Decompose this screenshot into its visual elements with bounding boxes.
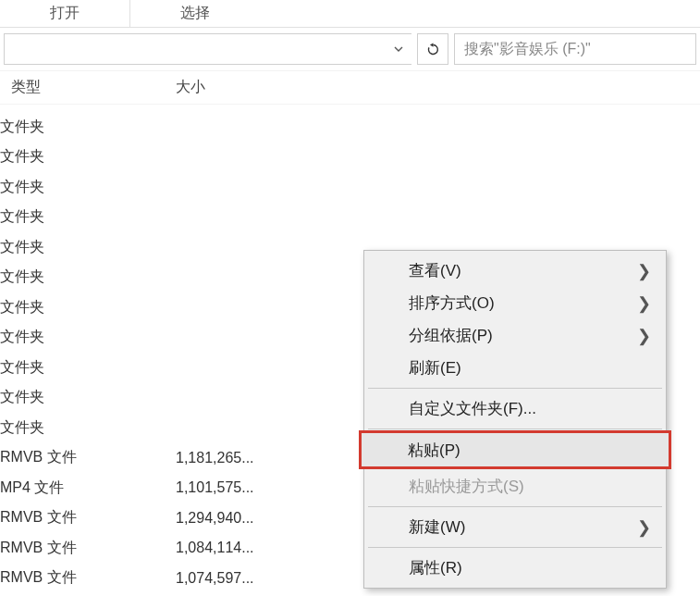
cell-type: RMVB 文件 [0,508,176,528]
cell-type: 文件夹 [0,147,176,167]
cell-type: 文件夹 [0,298,176,317]
menu-group[interactable]: 分组依据(P) ❯ [366,319,664,352]
menu-separator [368,428,662,429]
cell-type: 文件夹 [0,207,176,227]
menu-label: 粘贴(P) [408,440,461,461]
menu-label: 粘贴快捷方式(S) [409,476,524,497]
menu-sort[interactable]: 排序方式(O) ❯ [366,287,664,319]
menu-paste-shortcut: 粘贴快捷方式(S) [366,470,664,503]
menu-properties[interactable]: 属性(R) [366,552,664,584]
cell-type: 文件夹 [0,118,176,137]
chevron-right-icon: ❯ [637,261,651,281]
menu-paste-highlighted[interactable]: 粘贴(P) [359,430,671,469]
cell-size: 1,101,575... [176,479,314,496]
menu-customize-folder[interactable]: 自定义文件夹(F)... [366,392,664,425]
refresh-button[interactable] [417,33,448,65]
cell-type: 文件夹 [0,178,176,197]
ribbon-toolbar: 打开 选择 [0,0,700,28]
cell-type: RMVB 文件 [0,568,176,588]
cell-size: 1,181,265... [176,450,314,466]
search-input[interactable]: 搜索"影音娱乐 (F:)" [454,33,696,65]
menu-label: 分组依据(P) [409,325,493,346]
chevron-right-icon: ❯ [637,293,651,314]
cell-type: 文件夹 [0,238,176,257]
toolbar-open[interactable]: 打开 [0,0,129,27]
list-item[interactable]: 文件夹 [0,112,700,143]
cell-type: RMVB 文件 [0,448,176,467]
menu-label: 新建(W) [409,516,465,538]
list-item[interactable]: 文件夹 [0,143,700,173]
list-item[interactable]: 文件夹 [0,172,700,203]
menu-view[interactable]: 查看(V) ❯ [366,255,664,287]
menu-separator [368,388,662,389]
chevron-right-icon: ❯ [637,517,651,538]
cell-type: RMVB 文件 [0,539,176,558]
menu-label: 排序方式(O) [409,292,495,314]
search-placeholder: 搜索"影音娱乐 (F:)" [464,40,591,59]
cell-size: 1,294,940... [176,510,314,527]
menu-label: 属性(R) [409,557,462,578]
cell-type: 文件夹 [0,388,176,407]
menu-label: 自定义文件夹(F)... [409,398,536,419]
header-size[interactable]: 大小 [176,78,314,97]
cell-type: 文件夹 [0,328,176,347]
menu-label: 刷新(E) [409,357,461,379]
menu-label: 查看(V) [409,260,461,281]
address-search-row: 搜索"影音娱乐 (F:)" [0,28,700,71]
chevron-right-icon: ❯ [637,326,651,346]
toolbar-select[interactable]: 选择 [130,0,260,27]
address-dropdown-icon[interactable] [386,34,411,64]
cell-type: 文件夹 [0,418,176,438]
menu-refresh[interactable]: 刷新(E) [366,352,664,384]
header-type[interactable]: 类型 [0,78,176,97]
list-item[interactable]: 文件夹 [0,203,700,233]
address-bar[interactable] [4,33,411,65]
menu-separator [368,506,662,507]
menu-new[interactable]: 新建(W) ❯ [366,511,664,543]
cell-size: 1,074,597... [176,570,314,587]
cell-size: 1,084,114... [176,540,314,556]
cell-type: MP4 文件 [0,478,176,498]
cell-type: 文件夹 [0,358,176,378]
column-headers: 类型 大小 [0,71,700,105]
cell-type: 文件夹 [0,267,176,287]
menu-separator [368,547,662,548]
context-menu: 查看(V) ❯ 排序方式(O) ❯ 分组依据(P) ❯ 刷新(E) 自定义文件夹… [363,250,667,589]
